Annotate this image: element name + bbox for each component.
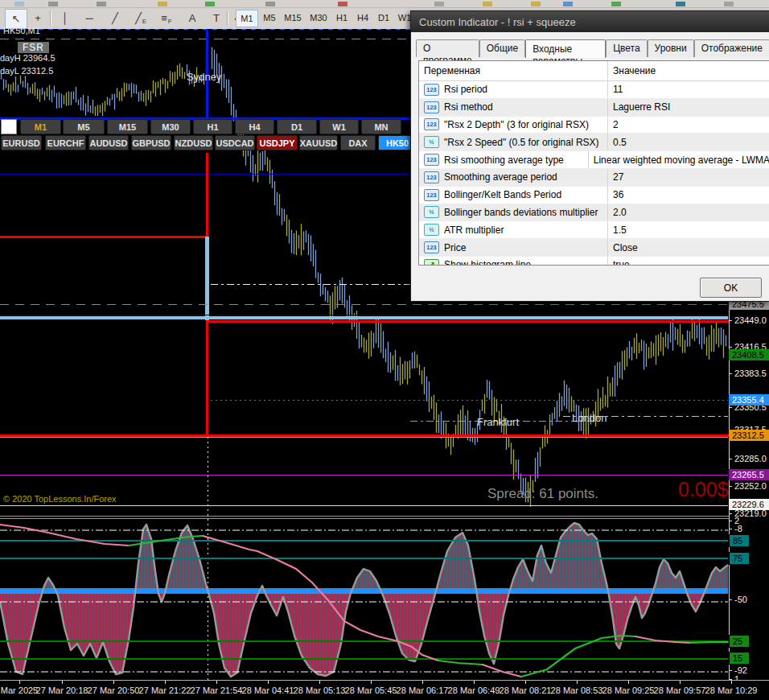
time-label: 27 Mar 21:54 [191, 686, 243, 695]
time-label: 28 Mar 05:45 [345, 686, 397, 695]
toolbar-timeframe-m5[interactable]: M5 [260, 10, 279, 26]
parameter-value[interactable]: 1.5 [608, 224, 769, 236]
scale-tick [729, 670, 732, 671]
toolbar-timeframe-h4[interactable]: H4 [353, 10, 372, 26]
parameters-table: ПеременнаяЗначение123Rsi period11123Rsi … [418, 60, 769, 266]
ok-button[interactable]: OK [700, 278, 762, 298]
cutoff-toolbar-icon[interactable] [14, 2, 24, 6]
subwindow-separator2[interactable] [0, 518, 769, 519]
fibonacci-tool-icon[interactable]: ≡F [156, 9, 177, 27]
parameter-row[interactable]: 123Bollinger/Kelt Bands Period36 [419, 187, 769, 204]
parameter-row[interactable]: ½Bollinger bands deviations multiplier2.… [419, 204, 769, 222]
toolbar-timeframe-d1[interactable]: D1 [374, 10, 393, 26]
parameter-value[interactable]: Close [608, 242, 769, 253]
time-tick [577, 681, 578, 684]
price-badge-lime: 25 [729, 635, 750, 648]
toolbar-separator [227, 10, 228, 26]
price-badge-teal: 75 [729, 552, 750, 565]
time-label: 28 Mar 04:41 [242, 686, 294, 695]
toolbar-timeframe-m1[interactable]: M1 [236, 10, 258, 27]
time-label: 28 Mar 06:49 [448, 686, 500, 695]
parameter-value[interactable]: 2 [608, 119, 769, 130]
time-axis[interactable]: Mar 202527 Mar 20:1827 Mar 20:5027 Mar 2… [0, 680, 769, 700]
time-tick [19, 681, 20, 684]
scale-tick [729, 521, 732, 521]
integer-param-icon: 123 [424, 171, 439, 183]
integer-param-icon: 123 [424, 101, 439, 113]
time-tick [319, 681, 320, 684]
scale-tick [729, 373, 732, 374]
cutoff-toolbar-icon[interactable] [48, 2, 58, 6]
trendline-tool-icon[interactable]: ╱ [105, 9, 125, 27]
parameter-value[interactable]: 2.0 [608, 207, 769, 218]
dialog-titlebar[interactable]: Custom Indicator - ! rsi + squeeze [411, 11, 769, 32]
cutoff-toolbar-icon[interactable] [97, 2, 106, 6]
parameter-value[interactable]: 27 [608, 171, 769, 183]
time-tick [680, 681, 681, 684]
dialog-tab-inactive[interactable]: Отображение [694, 39, 769, 57]
parameter-row[interactable]: 123"Rsx 2 Depth" (3 for original RSX)2 [419, 117, 769, 134]
cutoff-toolbar-icon[interactable] [611, 2, 621, 6]
dialog-tab-inactive[interactable]: Уровни [648, 39, 694, 57]
parameter-value[interactable]: 11 [608, 84, 769, 95]
scale-tick [729, 407, 732, 408]
parameter-value[interactable]: Laguerre RSI [608, 101, 769, 113]
cutoff-toolbar-icon[interactable] [563, 2, 573, 6]
vertical-line-tool-icon[interactable]: │ [55, 9, 76, 27]
crosshair-tool-icon[interactable]: + [27, 9, 48, 27]
time-label: 28 Mar 08:53 [551, 686, 603, 695]
parameter-value[interactable]: 0.5 [608, 137, 769, 148]
dialog-tab-active[interactable]: Входные параметры [525, 39, 606, 58]
channel-tool-icon[interactable]: ╱E [130, 9, 151, 27]
toolbar-row-cut [0, 0, 769, 8]
parameter-name: "Rsx 2 Depth" (3 for original RSX) [444, 119, 589, 130]
text-tool-icon[interactable]: A [182, 9, 203, 27]
parameter-name: "Rsx 2 Speed" (0.5 for original RSX) [444, 137, 599, 148]
scale-label: 23285.0 [734, 454, 767, 463]
cutoff-toolbar-icon[interactable] [434, 2, 444, 6]
integer-param-icon: 123 [424, 241, 439, 253]
parameter-name: Price [444, 242, 466, 253]
dialog-tab-inactive[interactable]: Цвета [606, 39, 647, 57]
cutoff-toolbar-icon[interactable] [531, 2, 541, 6]
parameter-row[interactable]: 123PriceClose [419, 239, 769, 257]
cutoff-toolbar-icon[interactable] [205, 2, 215, 6]
cutoff-toolbar-icon[interactable] [338, 2, 347, 6]
parameter-row[interactable]: ½ATR multiplier1.5 [419, 221, 769, 239]
decimal-param-icon: ½ [424, 206, 439, 218]
parameter-row[interactable]: ½"Rsx 2 Speed" (0.5 for original RSX)0.5 [419, 134, 769, 151]
parameter-value[interactable]: 36 [608, 189, 769, 200]
toolbar-timeframe-m15[interactable]: M15 [281, 10, 305, 26]
scale-tick [729, 599, 732, 600]
parameter-row[interactable]: ↗Show histogram linetrue [419, 257, 769, 266]
cutoff-toolbar-icon[interactable] [724, 2, 734, 6]
parameter-name: Smoothing average period [444, 171, 557, 183]
dialog-tab-inactive[interactable]: О программе [416, 39, 479, 57]
parameter-value[interactable]: Linear weighted moving average - LWMA [589, 154, 769, 166]
subwindow-separator[interactable] [0, 516, 769, 517]
toolbar-timeframe-h1[interactable]: H1 [332, 10, 352, 26]
cutoff-toolbar-icon[interactable] [676, 2, 685, 6]
price-badge-orange: 23312.5 [729, 430, 769, 441]
parameter-row[interactable]: 123Rsi methodLaguerre RSI [419, 99, 769, 117]
label-tool-icon[interactable]: T [206, 9, 227, 27]
scale-tick [729, 320, 732, 321]
dialog-tab-inactive[interactable]: Общие [479, 39, 525, 57]
column-header-variable: Переменная [419, 61, 608, 80]
parameter-name: Bollinger/Kelt Bands Period [444, 189, 561, 200]
parameter-name: Rsi period [444, 84, 487, 95]
toolbar-timeframe-m30[interactable]: M30 [306, 10, 331, 26]
price-badge-purple: 23265.5 [729, 469, 769, 480]
cutoff-toolbar-icon[interactable] [265, 2, 275, 6]
time-tick [165, 681, 166, 684]
cutoff-toolbar-icon[interactable] [158, 2, 167, 6]
price-badge-teal: 85 [729, 534, 750, 547]
parameter-row[interactable]: 123Smoothing average period27 [419, 169, 769, 187]
parameter-value[interactable]: true [608, 259, 769, 266]
parameter-row[interactable]: 123Rsi smoothing average typeLinear weig… [419, 151, 769, 169]
parameter-row[interactable]: 123Rsi period11 [419, 81, 769, 99]
time-tick [216, 681, 217, 684]
horizontal-line-tool-icon[interactable]: ─ [79, 9, 100, 27]
cutoff-toolbar-icon[interactable] [483, 2, 492, 6]
scale-tick [729, 529, 732, 529]
